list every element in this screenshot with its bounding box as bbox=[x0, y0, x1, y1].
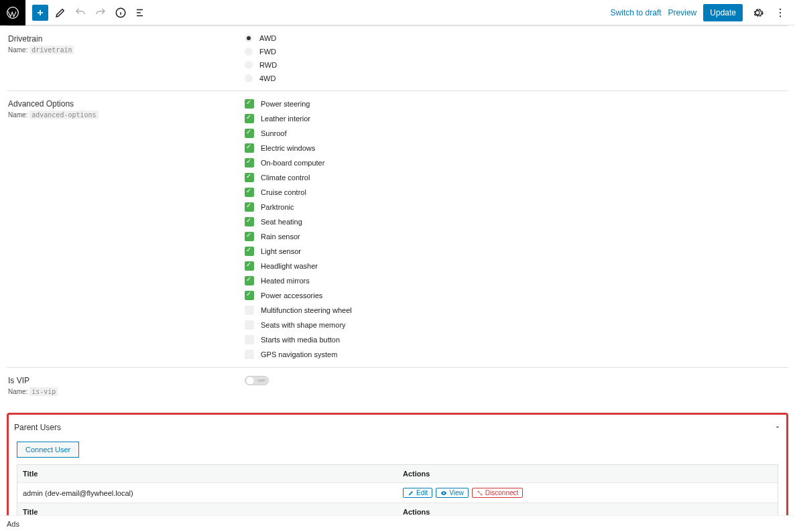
checkbox-option[interactable]: Rain sensor bbox=[245, 232, 788, 241]
user-actions-cell: Edit View Disconnect bbox=[398, 483, 778, 503]
radio-option[interactable]: FWD bbox=[245, 48, 788, 56]
checkbox-icon bbox=[245, 261, 254, 271]
field-advanced-options: Advanced Options Name: advanced-options … bbox=[7, 90, 788, 367]
radio-option[interactable]: AWD bbox=[245, 34, 788, 42]
view-label: View bbox=[449, 489, 464, 496]
pencil-icon bbox=[54, 7, 66, 19]
edit-mode-button[interactable] bbox=[52, 5, 68, 21]
checkbox-icon bbox=[245, 188, 254, 197]
checkbox-label: Light sensor bbox=[261, 247, 301, 255]
vip-toggle-wrap: OFF bbox=[245, 376, 788, 395]
checkbox-option[interactable]: Cruise control bbox=[245, 188, 788, 197]
parent-users-panel: Parent Users Connect User Title Actions … bbox=[7, 413, 788, 530]
radio-option[interactable]: RWD bbox=[245, 61, 788, 69]
checkbox-option[interactable]: Light sensor bbox=[245, 247, 788, 256]
eye-icon bbox=[440, 490, 447, 496]
radio-icon bbox=[245, 34, 253, 42]
field-title: Drivetrain bbox=[8, 34, 245, 44]
checkbox-option[interactable]: Heated mirrors bbox=[245, 276, 788, 285]
checkbox-icon bbox=[245, 247, 254, 256]
checkbox-option[interactable]: Seats with shape memory bbox=[245, 320, 788, 330]
checkbox-icon bbox=[245, 129, 254, 138]
radio-label: FWD bbox=[259, 48, 276, 56]
checkbox-option[interactable]: Electric windows bbox=[245, 143, 788, 153]
is-vip-toggle[interactable]: OFF bbox=[245, 376, 269, 385]
checkbox-option[interactable]: Multifunction steering wheel bbox=[245, 306, 788, 315]
disconnect-user-button[interactable]: Disconnect bbox=[472, 488, 523, 498]
checkbox-icon bbox=[245, 202, 254, 212]
editor-topbar: Switch to draft Preview Update bbox=[0, 0, 795, 25]
drivetrain-radios: AWDFWDRWD4WD bbox=[245, 34, 788, 82]
name-value: drivetrain bbox=[29, 46, 74, 54]
checkbox-option[interactable]: Seat heating bbox=[245, 217, 788, 226]
edit-label: Edit bbox=[416, 489, 428, 496]
redo-button[interactable] bbox=[93, 5, 109, 21]
more-options-button[interactable] bbox=[772, 5, 788, 21]
checkbox-icon bbox=[245, 232, 254, 241]
settings-button[interactable] bbox=[749, 5, 766, 21]
update-button[interactable]: Update bbox=[703, 4, 743, 21]
unlink-icon bbox=[477, 490, 483, 496]
checkbox-option[interactable]: Sunroof bbox=[245, 129, 788, 138]
view-user-button[interactable]: View bbox=[436, 488, 469, 498]
checkbox-option[interactable]: On-board computer bbox=[245, 158, 788, 168]
checkbox-icon bbox=[245, 306, 254, 315]
checkbox-option[interactable]: Parktronic bbox=[245, 202, 788, 212]
checkbox-option[interactable]: Climate control bbox=[245, 173, 788, 182]
wordpress-logo[interactable] bbox=[0, 0, 25, 25]
checkbox-option[interactable]: Power steering bbox=[245, 99, 788, 109]
switch-to-draft-button[interactable]: Switch to draft bbox=[611, 8, 662, 17]
editor-content: Drivetrain Name: drivetrain AWDFWDRWD4WD… bbox=[0, 25, 795, 530]
checkbox-option[interactable]: Power accessories bbox=[245, 291, 788, 300]
list-icon bbox=[135, 7, 147, 19]
panel-heading-row: Parent Users bbox=[11, 417, 784, 442]
radio-option[interactable]: 4WD bbox=[245, 74, 788, 82]
vertical-dots-icon bbox=[774, 7, 786, 19]
connect-user-button[interactable]: Connect User bbox=[17, 442, 79, 458]
field-drivetrain: Drivetrain Name: drivetrain AWDFWDRWD4WD bbox=[7, 25, 788, 90]
checkbox-label: Climate control bbox=[261, 174, 310, 182]
topbar-right-tools: Switch to draft Preview Update bbox=[611, 4, 795, 21]
radio-label: AWD bbox=[259, 34, 276, 42]
checkbox-label: Starts with media button bbox=[261, 336, 340, 344]
checkbox-label: Multifunction steering wheel bbox=[261, 306, 352, 314]
panel-heading: Parent Users bbox=[14, 423, 61, 432]
radio-label: 4WD bbox=[259, 74, 276, 82]
checkbox-icon bbox=[245, 217, 254, 226]
checkbox-option[interactable]: Starts with media button bbox=[245, 335, 788, 344]
checkbox-icon bbox=[245, 276, 254, 285]
checkbox-icon bbox=[245, 158, 254, 168]
name-label: Name: bbox=[8, 111, 27, 119]
checkbox-option[interactable]: GPS navigation system bbox=[245, 350, 788, 359]
wordpress-icon bbox=[6, 6, 19, 19]
checkbox-label: Power steering bbox=[261, 100, 310, 108]
preview-button[interactable]: Preview bbox=[668, 8, 697, 17]
checkbox-label: Electric windows bbox=[261, 144, 315, 152]
checkbox-label: Power accessories bbox=[261, 291, 322, 300]
disconnect-label: Disconnect bbox=[485, 489, 518, 496]
checkbox-label: Seat heating bbox=[261, 218, 302, 226]
panel-collapse-toggle[interactable] bbox=[774, 423, 781, 431]
edit-icon bbox=[408, 490, 414, 496]
checkbox-option[interactable]: Headlight washer bbox=[245, 261, 788, 271]
edit-user-button[interactable]: Edit bbox=[403, 488, 432, 498]
field-name: Name: is-vip bbox=[8, 388, 245, 395]
col-title: Title bbox=[17, 465, 398, 483]
checkbox-icon bbox=[245, 291, 254, 300]
svg-point-2 bbox=[780, 8, 781, 9]
checkbox-icon bbox=[245, 173, 254, 182]
radio-icon bbox=[245, 61, 253, 69]
undo-button[interactable] bbox=[72, 5, 88, 21]
checkbox-label: Heated mirrors bbox=[261, 277, 310, 285]
checkbox-label: Cruise control bbox=[261, 188, 306, 196]
add-block-button[interactable] bbox=[32, 5, 48, 21]
outline-button[interactable] bbox=[133, 5, 149, 21]
field-title: Is VIP bbox=[8, 376, 245, 385]
checkbox-option[interactable]: Leather interior bbox=[245, 114, 788, 123]
name-label: Name: bbox=[8, 388, 27, 395]
info-button[interactable] bbox=[113, 5, 129, 21]
field-is-vip: Is VIP Name: is-vip OFF bbox=[7, 367, 788, 403]
gear-icon bbox=[751, 7, 763, 19]
checkbox-label: Rain sensor bbox=[261, 232, 300, 241]
redo-icon bbox=[95, 7, 107, 19]
